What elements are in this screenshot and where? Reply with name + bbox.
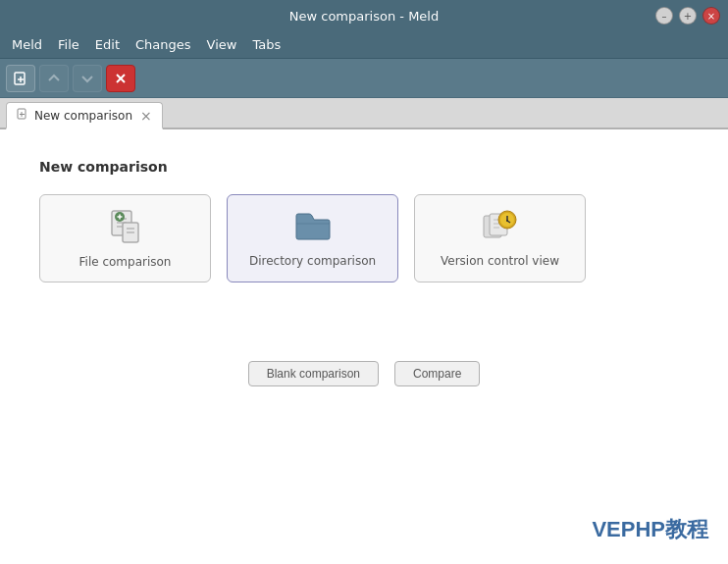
menu-changes[interactable]: Changes	[128, 34, 199, 55]
menu-edit[interactable]: Edit	[87, 34, 128, 55]
window-controls: – + ×	[655, 7, 720, 25]
version-control-icon	[482, 210, 519, 246]
new-tab-button[interactable]	[6, 65, 35, 92]
new-tab-icon	[13, 71, 28, 86]
down-arrow-icon	[80, 72, 94, 85]
section-title: New comparison	[39, 159, 689, 175]
maximize-button[interactable]: +	[679, 7, 697, 25]
file-comparison-icon	[110, 209, 141, 247]
menu-meld[interactable]: Meld	[4, 34, 50, 55]
blank-comparison-button[interactable]: Blank comparison	[248, 361, 379, 386]
svg-point-27	[506, 220, 508, 222]
content-wrapper: New comparison	[39, 159, 689, 386]
titlebar: New comparison - Meld – + ×	[0, 0, 728, 31]
scroll-up-button[interactable]	[39, 65, 69, 92]
directory-comparison-icon	[294, 210, 332, 246]
file-comparison-label: File comparison	[79, 255, 172, 269]
menu-file[interactable]: File	[50, 34, 87, 55]
menubar: Meld File Edit Changes View Tabs	[0, 31, 728, 59]
comparison-options: File comparison Directory comparison	[39, 194, 689, 282]
toolbar	[0, 59, 728, 98]
stop-button[interactable]	[106, 65, 135, 92]
tab-new-icon	[17, 108, 28, 123]
maximize-icon: +	[684, 11, 692, 22]
window-title: New comparison - Meld	[0, 9, 728, 24]
directory-comparison-label: Directory comparison	[249, 254, 376, 268]
new-comparison-tab[interactable]: New comparison ×	[6, 102, 163, 129]
compare-button[interactable]: Compare	[394, 361, 480, 386]
tabbar: New comparison ×	[0, 98, 728, 129]
tab-close-button[interactable]: ×	[140, 108, 152, 124]
minimize-icon: –	[662, 11, 667, 22]
tab-label: New comparison	[34, 109, 132, 123]
up-arrow-icon	[47, 72, 61, 85]
close-button[interactable]: ×	[702, 7, 720, 25]
directory-comparison-card[interactable]: Directory comparison	[227, 194, 398, 282]
file-comparison-card[interactable]: File comparison	[39, 194, 211, 282]
version-control-card[interactable]: Version control view	[414, 194, 586, 282]
svg-rect-0	[15, 73, 25, 84]
main-content: New comparison	[0, 129, 728, 564]
x-icon	[115, 73, 127, 84]
minimize-button[interactable]: –	[655, 7, 673, 25]
scroll-down-button[interactable]	[73, 65, 102, 92]
menu-view[interactable]: View	[199, 34, 245, 55]
watermark: VEPHP教程	[592, 515, 708, 544]
close-icon: ×	[707, 11, 715, 22]
menu-tabs[interactable]: Tabs	[244, 34, 288, 55]
version-control-label: Version control view	[441, 254, 559, 268]
